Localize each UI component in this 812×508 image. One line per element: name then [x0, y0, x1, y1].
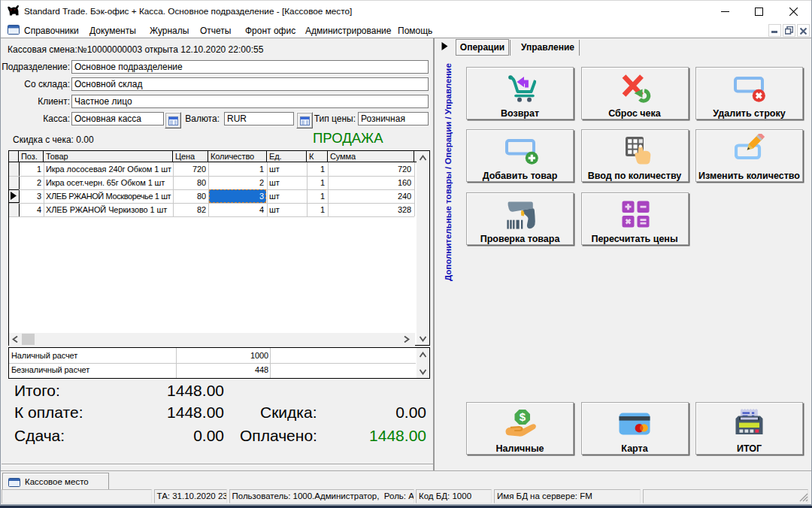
svg-text:$: $	[520, 410, 526, 423]
